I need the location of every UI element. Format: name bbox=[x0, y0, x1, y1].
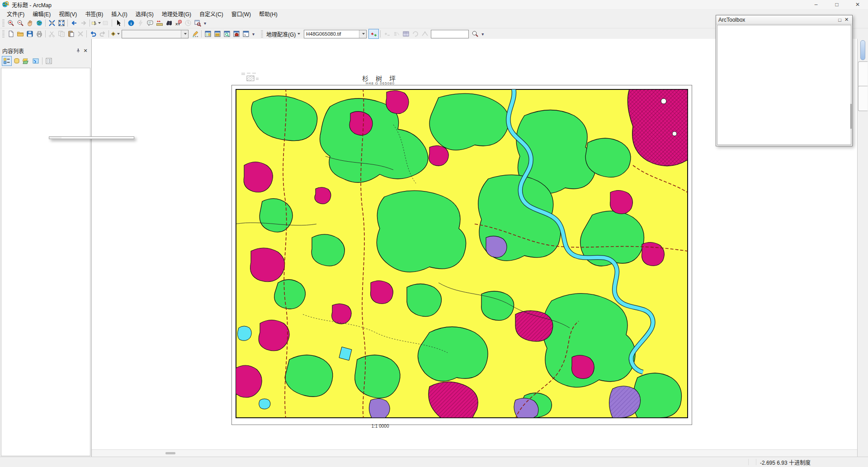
toolbar-grip[interactable] bbox=[261, 30, 263, 37]
select-features-button[interactable] bbox=[91, 19, 101, 28]
svg-text:>_: >_ bbox=[244, 33, 248, 37]
menu-item[interactable]: 插入(I) bbox=[107, 9, 131, 19]
arctoolbox-close-icon[interactable]: ✕ bbox=[843, 17, 850, 23]
measure-button[interactable]: ++ bbox=[155, 19, 164, 28]
catalog-icon bbox=[859, 63, 867, 70]
toolbar-overflow-icon[interactable]: ▾ bbox=[202, 21, 208, 26]
maximize-button[interactable]: □ bbox=[826, 0, 847, 9]
open-button[interactable] bbox=[15, 29, 25, 38]
toolbox-window-button[interactable] bbox=[231, 29, 241, 38]
hyperlink-button bbox=[136, 19, 145, 28]
rotate-raster-button bbox=[410, 29, 420, 38]
toc-title: 内容列表 bbox=[2, 47, 75, 55]
arctoolbox-panel: ArcToolbox □ ✕ bbox=[716, 15, 853, 146]
scale-dropdown-icon[interactable] bbox=[181, 30, 188, 38]
html-popup-button[interactable] bbox=[145, 19, 155, 28]
map-sheet: 杉 树 坪 H48 G 065080 1:1 0000 bbox=[235, 89, 689, 419]
back-extent-button[interactable] bbox=[69, 19, 79, 28]
editor-pencil-button[interactable] bbox=[190, 29, 200, 38]
toc-tree bbox=[1, 68, 90, 456]
zoom-in-button[interactable] bbox=[6, 19, 15, 28]
toolbar-grip[interactable] bbox=[2, 19, 5, 27]
control-points-2-button bbox=[382, 29, 392, 38]
copy-button bbox=[57, 29, 66, 38]
georef-rotation-input[interactable] bbox=[431, 30, 469, 38]
table-of-contents-panel: 内容列表 ✕ bbox=[0, 39, 92, 457]
select-elements-button[interactable] bbox=[113, 19, 123, 28]
print-button[interactable] bbox=[34, 29, 44, 38]
toc-toolbar bbox=[0, 55, 91, 67]
georef-layer-dropdown-icon[interactable] bbox=[359, 30, 366, 38]
arcmap-logo-icon bbox=[2, 1, 9, 8]
georef-zoom-icon[interactable] bbox=[470, 29, 480, 38]
add-control-points-button[interactable] bbox=[368, 29, 379, 39]
map-sheet-outer-frame bbox=[231, 85, 692, 425]
view-switch-bar bbox=[92, 449, 858, 457]
identify-button[interactable]: i bbox=[126, 19, 136, 28]
new-document-button[interactable] bbox=[6, 29, 15, 38]
menu-item[interactable]: 自定义(C) bbox=[195, 9, 227, 19]
close-button[interactable]: ✕ bbox=[847, 0, 868, 9]
menu-item[interactable]: 书签(B) bbox=[81, 9, 107, 19]
auto-adjust-button bbox=[420, 29, 429, 38]
georeferencing-menu[interactable]: 地理配准(G) bbox=[264, 29, 302, 39]
viewer-window-button[interactable] bbox=[193, 19, 202, 28]
save-button[interactable] bbox=[25, 29, 34, 38]
toc-options-button[interactable] bbox=[44, 56, 53, 65]
list-source-button[interactable] bbox=[12, 56, 21, 65]
pin-icon[interactable] bbox=[75, 47, 82, 54]
tab-search[interactable] bbox=[858, 86, 868, 111]
minimize-button[interactable]: – bbox=[806, 0, 826, 9]
scale-combobox[interactable] bbox=[122, 30, 189, 38]
menu-item[interactable]: 地理处理(G) bbox=[158, 9, 195, 19]
menu-item[interactable]: 选择(S) bbox=[132, 9, 158, 19]
dock-scrollbar[interactable] bbox=[860, 40, 865, 60]
menu-item[interactable]: 窗口(W) bbox=[227, 9, 255, 19]
window-title: 无标题 - ArcMap bbox=[12, 1, 806, 9]
paste-button[interactable] bbox=[66, 29, 75, 38]
georef-layer-combobox[interactable]: H48G065080.tif bbox=[304, 30, 367, 38]
redo-button bbox=[98, 29, 107, 38]
python-window-button[interactable]: >_ bbox=[241, 29, 250, 38]
toolbar-overflow-icon[interactable]: ▾ bbox=[480, 32, 486, 37]
find-button[interactable] bbox=[164, 19, 174, 28]
menu-item[interactable]: 视图(V) bbox=[55, 9, 81, 19]
view-link-table-button[interactable] bbox=[401, 29, 410, 38]
add-data-button[interactable] bbox=[110, 29, 120, 38]
clear-selection-button bbox=[101, 19, 110, 28]
list-drawing-order-button[interactable] bbox=[2, 56, 12, 66]
fixed-zoom-out-button[interactable] bbox=[57, 19, 66, 28]
toolbar-overflow-icon[interactable]: ▾ bbox=[250, 32, 256, 37]
full-extent-button[interactable] bbox=[34, 19, 44, 28]
tab-catalog[interactable] bbox=[858, 61, 868, 87]
list-selection-button[interactable] bbox=[31, 56, 40, 65]
search-window-button[interactable] bbox=[222, 29, 231, 38]
menu-item[interactable]: 帮助(H) bbox=[255, 9, 282, 19]
layer-context-menu bbox=[49, 136, 134, 139]
toc-window-button[interactable] bbox=[203, 29, 212, 38]
fixed-zoom-in-button[interactable] bbox=[47, 19, 57, 28]
horizontal-scrollbar[interactable] bbox=[165, 452, 175, 454]
undo-button[interactable] bbox=[88, 29, 98, 38]
delete-button bbox=[75, 29, 85, 38]
add-data-dropdown-icon[interactable] bbox=[117, 33, 120, 35]
arctoolbox-maximize-icon[interactable]: □ bbox=[836, 17, 843, 23]
pan-button[interactable] bbox=[25, 19, 34, 28]
list-visibility-button[interactable] bbox=[22, 56, 31, 65]
arctoolbox-scrollbar[interactable] bbox=[850, 104, 852, 129]
toc-close-icon[interactable]: ✕ bbox=[82, 47, 89, 54]
menu-item[interactable]: 编辑(E) bbox=[28, 9, 55, 19]
menu-item[interactable]: 文件(F) bbox=[3, 9, 28, 19]
arctoolbox-header[interactable]: ArcToolbox □ ✕ bbox=[716, 15, 852, 24]
arctoolbox-tree bbox=[717, 25, 851, 145]
cut-button bbox=[47, 29, 57, 38]
map-sheet-scale: 1:1 0000 bbox=[235, 424, 525, 429]
zoom-out-button[interactable] bbox=[15, 19, 25, 28]
time-slider-button bbox=[183, 19, 193, 28]
catalog-window-button[interactable] bbox=[212, 29, 222, 38]
map-sheet-corner-marks bbox=[241, 72, 268, 82]
status-bar: -2.695 6.93 十进制度 bbox=[0, 457, 868, 467]
go-to-xy-button[interactable]: XY bbox=[174, 19, 183, 28]
search-icon bbox=[859, 88, 867, 94]
toolbar-grip[interactable] bbox=[2, 30, 5, 37]
